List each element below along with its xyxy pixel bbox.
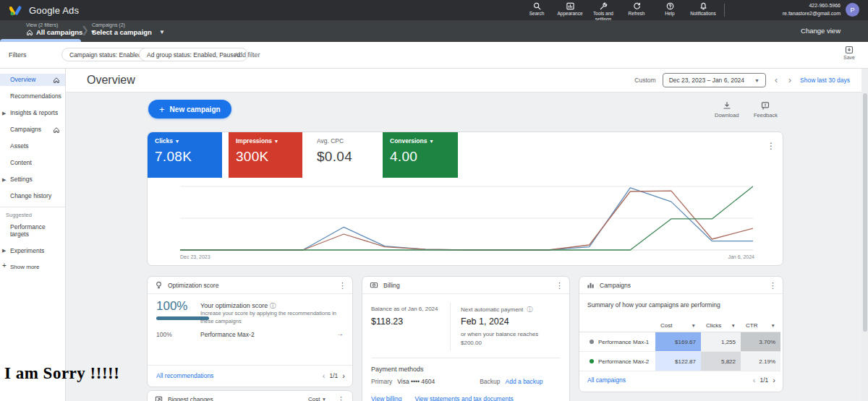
sidebar-item-settings[interactable]: ▶ Settings (0, 173, 65, 186)
arrow-right-icon[interactable]: → (336, 329, 344, 337)
sidebar-item-overview[interactable]: Overview (0, 74, 65, 86)
card-menu-kebab-icon[interactable]: ⋮ (769, 281, 777, 289)
card-menu-kebab-icon[interactable]: ⋮ (339, 281, 346, 289)
clicks-cell: 1,255 (701, 332, 741, 351)
campaigns-value: Select a campaign (92, 28, 152, 36)
optimization-description: Increase your score by applying the reco… (200, 310, 338, 326)
sidebar: Overview Recommendations ▶ Insights & re… (0, 69, 66, 401)
view-statements-link[interactable]: View statements and tax documents (414, 395, 513, 401)
notifications-icon (699, 2, 707, 10)
change-view-button[interactable]: Change view (801, 27, 841, 35)
feedback-icon (761, 101, 770, 110)
all-campaigns-link[interactable]: All campaigns (587, 376, 626, 384)
column-header-cost[interactable]: Cost▼ (655, 319, 701, 332)
recommendation-row-campaign[interactable]: Performance Max-2 (200, 331, 255, 338)
metric-impressions[interactable]: Impressions ▼ 300K (229, 132, 302, 178)
filters-label: Filters (9, 51, 27, 59)
payment-methods-title: Payment methods (371, 366, 424, 373)
metric-clicks[interactable]: Clicks ▼ 7.08K (148, 132, 222, 178)
metric-conversions-value: 4.00 (390, 149, 458, 165)
notifications-nav-button[interactable]: Notifications (686, 0, 720, 17)
card-menu-kebab-icon[interactable]: ⋮ (337, 396, 345, 401)
account-phone: 422-960-5966 (783, 2, 841, 10)
sidebar-item-recommendations[interactable]: Recommendations (0, 90, 65, 103)
chevron-down-icon: ▼ (174, 139, 179, 144)
ctr-cell: 2.19% (741, 352, 780, 371)
performance-chart-card: Clicks ▼ 7.08K Impressions ▼ 300K Avg. C… (147, 131, 783, 266)
feedback-button[interactable]: Feedback (754, 101, 778, 118)
date-prev-button[interactable]: ‹ (773, 75, 780, 85)
metric-conversions[interactable]: Conversions ▼ 4.00 (383, 132, 458, 178)
chevron-down-icon: ▼ (322, 397, 326, 401)
home-icon (26, 29, 33, 36)
refresh-icon (633, 2, 641, 10)
view-value: All campaigns (36, 28, 82, 36)
search-nav-button[interactable]: Search (520, 0, 553, 17)
view-billing-link[interactable]: View billing (371, 395, 401, 401)
column-header-clicks[interactable]: Clicks▼ (701, 319, 741, 332)
sidebar-show-more[interactable]: + Show more (0, 261, 65, 273)
save-button[interactable]: Save (843, 46, 855, 60)
optimization-score-value: 100% (156, 299, 187, 314)
date-range-select[interactable]: Dec 23, 2023 – Jan 6, 2024 ▼ (663, 73, 766, 87)
scrollbar[interactable] (861, 69, 868, 401)
help-nav-button[interactable]: Help (653, 0, 686, 17)
new-campaign-button[interactable]: + New campaign (148, 100, 231, 118)
x-axis-end-label: Jan 6, 2024 (697, 254, 754, 259)
metric-clicks-value: 7.08K (155, 149, 222, 165)
table-row[interactable]: Performance Max-2 $122.87 5,822 2.19% (579, 352, 780, 371)
billing-icon (370, 281, 378, 289)
add-filter-button[interactable]: Add filter (234, 51, 260, 59)
add-backup-link[interactable]: Add a backup (506, 378, 543, 385)
sidebar-item-content[interactable]: Content (0, 157, 65, 169)
card-title: Billing (383, 282, 400, 289)
filter-chip-adgroup-status[interactable]: Ad group status: Enabled, Paused (139, 48, 248, 61)
chevron-down-icon: ▼ (731, 323, 736, 328)
status-dot (590, 359, 594, 363)
sidebar-item-campaigns[interactable]: Campaigns (0, 124, 65, 136)
bar-chart-icon (587, 281, 595, 289)
chevron-down-icon: ▼ (692, 323, 696, 328)
sidebar-item-assets[interactable]: Assets (0, 140, 65, 152)
sidebar-item-change-history[interactable]: Change history (0, 190, 65, 202)
cost-cell: $169.67 (655, 332, 701, 351)
campaigns-summary: Summary of how your campaigns are perfor… (587, 301, 720, 309)
overview-header: Overview Custom Dec 23, 2023 – Jan 6, 20… (66, 69, 868, 92)
page-prev-icon[interactable]: ‹ (323, 371, 326, 380)
metric-selector[interactable]: Cost ▼ (308, 396, 326, 401)
page-prev-icon[interactable]: ‹ (753, 376, 756, 384)
search-icon (533, 2, 541, 10)
info-icon: ⓘ (270, 302, 276, 309)
tools-settings-nav-button[interactable]: Tools and settings (587, 0, 620, 22)
refresh-nav-button[interactable]: Refresh (620, 0, 653, 17)
card-title: Campaigns (600, 282, 631, 289)
scrollbar-thumb[interactable] (863, 93, 867, 332)
download-button[interactable]: Download (715, 101, 739, 118)
date-next-button[interactable]: › (786, 75, 793, 85)
trend-line-chart (180, 181, 753, 254)
avatar[interactable]: P (846, 3, 859, 17)
chart-menu-kebab-icon[interactable]: ⋮ (767, 141, 775, 151)
sidebar-item-insights-reports[interactable]: ▶ Insights & reports (0, 107, 65, 119)
sidebar-item-experiments[interactable]: ▶ Experiments (0, 244, 65, 256)
chevron-down-icon: ▼ (771, 323, 775, 328)
page-next-icon[interactable]: › (773, 376, 775, 384)
balance-value: $118.23 (371, 316, 403, 327)
page-next-icon[interactable]: › (342, 371, 345, 380)
status-dot (590, 340, 594, 344)
campaign-selector[interactable]: Campaigns (2) Select a campaign ▼ (92, 22, 165, 36)
column-header-ctr[interactable]: CTR▼ (741, 319, 780, 332)
card-menu-kebab-icon[interactable]: ⋮ (556, 281, 563, 289)
cost-cell: $122.87 (655, 352, 701, 371)
home-icon (53, 77, 60, 84)
show-last-30-days-link[interactable]: Show last 30 days (800, 77, 850, 84)
table-row[interactable]: Performance Max-1 $169.67 1,255 3.70% (579, 332, 780, 352)
all-recommendations-link[interactable]: All recommendations (156, 372, 213, 379)
brand[interactable]: Google Ads (0, 5, 79, 16)
page-title: Overview (87, 74, 135, 87)
sidebar-item-performance-targets[interactable]: Performance targets (0, 221, 65, 240)
metric-avg-cpc[interactable]: Avg. CPC $0.04 (310, 132, 383, 178)
biggest-changes-icon (155, 396, 163, 401)
appearance-nav-button[interactable]: Appearance (553, 0, 587, 17)
save-icon (845, 46, 854, 54)
